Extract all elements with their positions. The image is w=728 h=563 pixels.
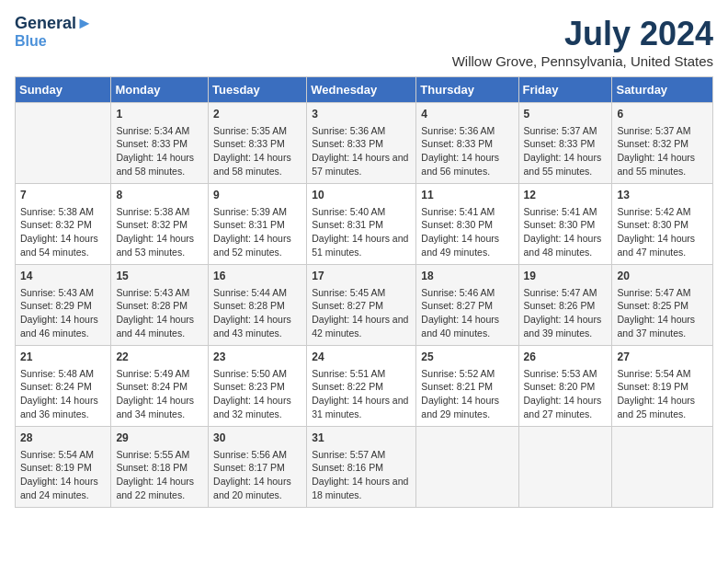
day-info: Sunrise: 5:41 AM <box>421 205 513 219</box>
day-info: Sunrise: 5:36 AM <box>421 124 513 138</box>
day-info: Sunrise: 5:38 AM <box>116 205 203 219</box>
day-info: Sunset: 8:22 PM <box>312 380 411 394</box>
day-number: 23 <box>213 350 301 365</box>
day-info: Sunrise: 5:54 AM <box>20 448 106 462</box>
day-info: Sunrise: 5:47 AM <box>524 286 608 300</box>
day-info-daylight: Daylight: 14 hours and 48 minutes. <box>524 232 608 259</box>
day-info-daylight: Daylight: 14 hours and 58 minutes. <box>213 151 301 178</box>
day-info: Sunrise: 5:48 AM <box>20 367 106 381</box>
day-info: Sunset: 8:27 PM <box>312 299 411 313</box>
day-number: 1 <box>116 107 203 122</box>
day-info-daylight: Daylight: 14 hours and 24 minutes. <box>20 475 106 501</box>
day-info: Sunrise: 5:34 AM <box>116 124 203 138</box>
calendar-header-cell: Saturday <box>612 77 713 103</box>
calendar-day-cell: 22Sunrise: 5:49 AMSunset: 8:24 PMDayligh… <box>111 346 209 427</box>
day-number: 8 <box>116 188 203 203</box>
day-info: Sunset: 8:32 PM <box>20 218 106 232</box>
calendar-day-cell: 16Sunrise: 5:44 AMSunset: 8:28 PMDayligh… <box>209 265 307 346</box>
day-number: 16 <box>213 269 301 284</box>
day-info-daylight: Daylight: 14 hours and 22 minutes. <box>116 475 203 501</box>
day-info-daylight: Daylight: 14 hours and 54 minutes. <box>20 232 106 259</box>
day-info: Sunset: 8:32 PM <box>617 137 708 151</box>
day-info: Sunrise: 5:50 AM <box>213 367 301 381</box>
day-info-daylight: Daylight: 14 hours and 43 minutes. <box>213 313 301 339</box>
day-info: Sunset: 8:24 PM <box>20 380 106 394</box>
calendar-day-cell: 10Sunrise: 5:40 AMSunset: 8:31 PMDayligh… <box>307 184 416 265</box>
day-number: 13 <box>617 188 708 203</box>
day-info: Sunset: 8:20 PM <box>524 380 608 394</box>
day-info-daylight: Daylight: 14 hours and 57 minutes. <box>312 151 411 178</box>
day-info: Sunset: 8:21 PM <box>421 380 513 394</box>
calendar-header-row: SundayMondayTuesdayWednesdayThursdayFrid… <box>16 77 713 103</box>
day-number: 30 <box>213 431 301 446</box>
day-info: Sunset: 8:31 PM <box>213 218 301 232</box>
day-number: 27 <box>617 350 708 365</box>
day-number: 24 <box>312 350 411 365</box>
calendar-day-cell: 25Sunrise: 5:52 AMSunset: 8:21 PMDayligh… <box>416 346 518 427</box>
day-info-daylight: Daylight: 14 hours and 55 minutes. <box>617 151 708 178</box>
day-number: 22 <box>116 350 203 365</box>
day-info: Sunrise: 5:45 AM <box>312 286 411 300</box>
day-info: Sunrise: 5:55 AM <box>116 448 203 462</box>
day-number: 6 <box>617 107 708 122</box>
day-info: Sunrise: 5:57 AM <box>312 448 411 462</box>
day-number: 14 <box>20 269 106 284</box>
day-number: 28 <box>20 431 106 446</box>
calendar-day-cell: 31Sunrise: 5:57 AMSunset: 8:16 PMDayligh… <box>307 427 416 508</box>
day-number: 18 <box>421 269 513 284</box>
day-info: Sunset: 8:33 PM <box>421 137 513 151</box>
day-number: 4 <box>421 107 513 122</box>
day-info: Sunset: 8:19 PM <box>617 380 708 394</box>
calendar-day-cell: 1Sunrise: 5:34 AMSunset: 8:33 PMDaylight… <box>111 103 209 184</box>
day-info-daylight: Daylight: 14 hours and 18 minutes. <box>312 475 411 501</box>
day-info: Sunset: 8:18 PM <box>116 461 203 475</box>
day-number: 26 <box>524 350 608 365</box>
day-info: Sunset: 8:33 PM <box>213 137 301 151</box>
day-info-daylight: Daylight: 14 hours and 56 minutes. <box>421 151 513 178</box>
day-info-daylight: Daylight: 14 hours and 32 minutes. <box>213 394 301 420</box>
day-info-daylight: Daylight: 14 hours and 51 minutes. <box>312 232 411 259</box>
day-info-daylight: Daylight: 14 hours and 52 minutes. <box>213 232 301 259</box>
day-info-daylight: Daylight: 14 hours and 46 minutes. <box>20 313 106 339</box>
day-info-daylight: Daylight: 14 hours and 34 minutes. <box>116 394 203 420</box>
day-number: 31 <box>312 431 411 446</box>
day-info: Sunset: 8:33 PM <box>116 137 203 151</box>
calendar-day-cell: 17Sunrise: 5:45 AMSunset: 8:27 PMDayligh… <box>307 265 416 346</box>
day-info: Sunset: 8:17 PM <box>213 461 301 475</box>
day-info: Sunrise: 5:36 AM <box>312 124 411 138</box>
day-info: Sunrise: 5:53 AM <box>524 367 608 381</box>
day-info: Sunset: 8:29 PM <box>20 299 106 313</box>
location-title: Willow Grove, Pennsylvania, United State… <box>452 53 713 69</box>
calendar-day-cell: 6Sunrise: 5:37 AMSunset: 8:32 PMDaylight… <box>612 103 713 184</box>
day-number: 7 <box>20 188 106 203</box>
day-info-daylight: Daylight: 14 hours and 37 minutes. <box>617 313 708 339</box>
calendar-day-cell: 12Sunrise: 5:41 AMSunset: 8:30 PMDayligh… <box>518 184 612 265</box>
calendar-header-cell: Tuesday <box>209 77 307 103</box>
day-info: Sunset: 8:30 PM <box>617 218 708 232</box>
calendar-day-cell: 9Sunrise: 5:39 AMSunset: 8:31 PMDaylight… <box>209 184 307 265</box>
day-info: Sunrise: 5:54 AM <box>617 367 708 381</box>
calendar-day-cell: 30Sunrise: 5:56 AMSunset: 8:17 PMDayligh… <box>209 427 307 508</box>
day-info-daylight: Daylight: 14 hours and 42 minutes. <box>312 313 411 339</box>
day-number: 15 <box>116 269 203 284</box>
day-number: 10 <box>312 188 411 203</box>
day-info-daylight: Daylight: 14 hours and 49 minutes. <box>421 232 513 259</box>
day-info: Sunrise: 5:39 AM <box>213 205 301 219</box>
calendar-week-row: 7Sunrise: 5:38 AMSunset: 8:32 PMDaylight… <box>16 184 713 265</box>
day-info: Sunrise: 5:37 AM <box>617 124 708 138</box>
day-info: Sunset: 8:16 PM <box>312 461 411 475</box>
day-info: Sunset: 8:24 PM <box>116 380 203 394</box>
calendar-day-cell: 15Sunrise: 5:43 AMSunset: 8:28 PMDayligh… <box>111 265 209 346</box>
day-number: 25 <box>421 350 513 365</box>
day-info: Sunrise: 5:43 AM <box>20 286 106 300</box>
logo-text-line2: Blue <box>15 33 93 50</box>
calendar-day-cell: 3Sunrise: 5:36 AMSunset: 8:33 PMDaylight… <box>307 103 416 184</box>
calendar-header-cell: Sunday <box>16 77 111 103</box>
logo-text-line1: General► <box>15 15 93 33</box>
logo: General► Blue <box>15 15 93 49</box>
month-title: July 2024 <box>452 15 713 53</box>
calendar-week-row: 1Sunrise: 5:34 AMSunset: 8:33 PMDaylight… <box>16 103 713 184</box>
day-info: Sunrise: 5:35 AM <box>213 124 301 138</box>
day-info-daylight: Daylight: 14 hours and 25 minutes. <box>617 394 708 420</box>
calendar-day-cell: 8Sunrise: 5:38 AMSunset: 8:32 PMDaylight… <box>111 184 209 265</box>
